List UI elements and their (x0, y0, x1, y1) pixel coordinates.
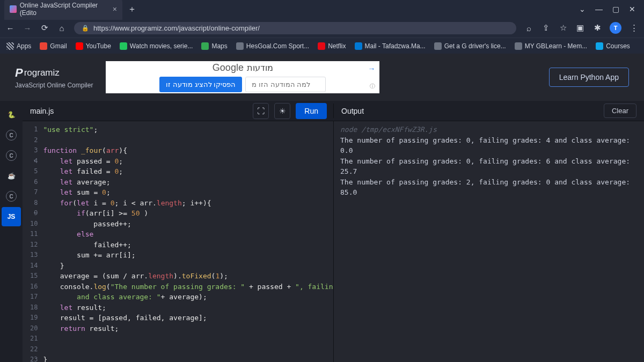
url-text: https://www.programiz.com/javascript/onl… (93, 24, 260, 32)
extensions-icon[interactable]: ✱ (592, 23, 602, 33)
page-header: Programiz JavaScript Online Compiler → ⓘ… (0, 54, 644, 101)
theme-toggle-icon[interactable]: ☀ (274, 103, 290, 119)
brand-subtitle: JavaScript Online Compiler (15, 82, 93, 89)
bookmark-item[interactable]: Maps (201, 42, 227, 50)
search-icon[interactable]: ⌕ (524, 24, 533, 33)
learn-python-button[interactable]: Learn Python App (549, 68, 629, 87)
caret-down-icon[interactable]: ⌄ (579, 5, 586, 13)
browser-tab-strip: Online JavaScript Compiler (Edito × ＋ ⌄ … (0, 0, 644, 18)
bookmark-item[interactable]: Courses (596, 42, 630, 50)
close-window-icon[interactable]: ✕ (629, 5, 635, 13)
profile-avatar[interactable]: T (610, 22, 621, 34)
output-line: The number of passing grades: 2, failing… (340, 177, 638, 198)
address-bar: ← → ⟳ ⌂ 🔒 https://www.programiz.com/java… (0, 18, 644, 38)
lang-item-c[interactable]: C (2, 146, 21, 165)
home-icon[interactable]: ⌂ (57, 24, 67, 33)
maximize-icon[interactable]: ▢ (612, 5, 619, 13)
brand-name: rogramiz (24, 68, 60, 78)
bookmark-item[interactable]: HesGoal.Com Sport... (236, 42, 309, 50)
ad-hebrew-text: מודעות (247, 63, 273, 73)
new-tab-button[interactable]: ＋ (126, 3, 138, 16)
output-label: Output (341, 107, 364, 115)
run-button[interactable]: Run (296, 103, 327, 119)
output-pane: node /tmp/ecxNFfwZ3R.js The number of pa… (333, 121, 644, 362)
lang-item-py[interactable]: 🐍 (2, 105, 21, 124)
lang-item-js[interactable]: JS (2, 207, 21, 226)
lang-item-c[interactable]: C (2, 187, 21, 206)
star-icon[interactable]: ☆ (558, 23, 568, 33)
bookmark-item[interactable]: Mail - Tafadzwa.Ma... (355, 42, 426, 50)
browser-tab[interactable]: Online JavaScript Compiler (Edito × (4, 0, 122, 20)
ad-arrow-icon[interactable]: → (368, 64, 375, 73)
file-tab[interactable]: main.js (30, 107, 54, 115)
editor-tabstrip: main.js ⛶ ☀ Run Output Clear (23, 101, 644, 121)
apps-button[interactable]: Apps (6, 42, 31, 50)
code-content[interactable]: "use strict"; function _four(arr){ let p… (43, 121, 333, 362)
bookmark-item[interactable]: Watch movies, serie... (120, 42, 193, 50)
lang-item-c[interactable]: C (2, 125, 21, 145)
output-command: node /tmp/ecxNFfwZ3R.js (340, 124, 638, 135)
bookmark-item[interactable]: Gmail (40, 42, 67, 50)
clear-button[interactable]: Clear (604, 104, 636, 118)
bookmark-item[interactable]: Get a G driver's lice... (434, 42, 506, 50)
bookmarks-bar: AppsGmailYouTubeWatch movies, serie...Ma… (0, 38, 644, 54)
lock-icon: 🔒 (82, 25, 89, 32)
code-editor[interactable]: 123 ▾45678 ▾9101112131415161718192021222… (23, 121, 333, 362)
window-controls: ⌄ — ▢ ✕ (579, 5, 640, 13)
nav-back-icon[interactable]: ← (5, 24, 15, 33)
bookmark-item[interactable]: YouTube (76, 42, 111, 50)
fullscreen-icon[interactable]: ⛶ (253, 103, 269, 119)
nav-forward-icon[interactable]: → (23, 24, 32, 33)
bookmark-item[interactable]: MY GBLearn - Mem... (515, 42, 587, 50)
ad-banner: → ⓘ Google מודעות הפסיקו להציג מודעה זו (106, 61, 379, 93)
output-line: The number of passing grades: 0, failing… (340, 156, 638, 177)
editor-gutter: 123 ▾45678 ▾9101112131415161718192021222… (23, 121, 43, 362)
ad-google-text: Google (213, 62, 244, 73)
share-icon[interactable]: ⇪ (541, 23, 551, 33)
reload-icon[interactable]: ⟳ (40, 23, 49, 33)
bookmark-item[interactable]: Netflix (318, 42, 346, 50)
tab-close-icon[interactable]: × (113, 5, 117, 13)
output-line: The number of passing grades: 0, failing… (340, 135, 638, 156)
screenshot-icon[interactable]: ▣ (575, 23, 585, 33)
tab-favicon-icon (10, 5, 17, 13)
lang-item-java[interactable]: ☕ (2, 166, 21, 186)
brand: Programiz JavaScript Online Compiler (15, 66, 93, 89)
url-input[interactable]: 🔒 https://www.programiz.com/javascript/o… (74, 22, 516, 34)
menu-icon[interactable]: ⋮ (629, 23, 639, 33)
ad-cta-button[interactable]: הפסיקו להציג מודעה זו (159, 77, 242, 92)
language-rail: 🐍CC☕CJS (0, 101, 23, 362)
minimize-icon[interactable]: — (595, 5, 603, 13)
tab-title: Online JavaScript Compiler (Edito (20, 2, 107, 17)
ad-reason-input[interactable] (245, 77, 326, 92)
